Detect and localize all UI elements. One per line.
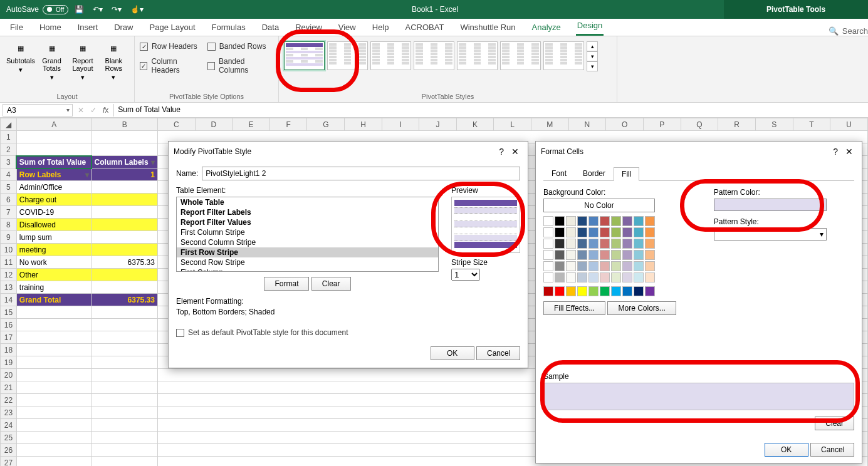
banded-columns-checkbox[interactable]: Banded Columns: [207, 56, 273, 75]
color-swatch[interactable]: [555, 286, 565, 296]
color-swatch[interactable]: [634, 250, 644, 260]
tab-view[interactable]: View: [337, 20, 357, 36]
color-swatch[interactable]: [577, 272, 587, 282]
cell[interactable]: Sum of Total Value: [16, 156, 92, 168]
col-header[interactable]: B: [92, 118, 157, 131]
banded-rows-checkbox[interactable]: Banded Rows: [207, 41, 266, 51]
tab-file[interactable]: File: [9, 20, 24, 36]
color-swatch[interactable]: [577, 216, 587, 226]
color-swatch[interactable]: [588, 261, 599, 271]
color-swatch[interactable]: [588, 216, 599, 226]
row-header[interactable]: 27: [1, 457, 17, 467]
row-header[interactable]: 14: [1, 294, 17, 306]
cell[interactable]: 6375.33: [92, 294, 157, 306]
close-icon[interactable]: ✕: [842, 145, 857, 158]
col-header[interactable]: D: [195, 118, 233, 131]
color-swatch[interactable]: [611, 216, 621, 226]
color-swatch[interactable]: [555, 272, 565, 282]
no-color-button[interactable]: No Color: [543, 199, 655, 212]
row-header[interactable]: 24: [1, 419, 17, 432]
set-default-checkbox[interactable]: Set as default PivotTable style for this…: [176, 328, 520, 338]
color-swatch[interactable]: [645, 286, 655, 296]
tab-winshuttle[interactable]: Winshuttle Run: [459, 20, 516, 36]
col-header[interactable]: F: [269, 118, 307, 131]
color-swatch[interactable]: [555, 239, 565, 249]
help-icon[interactable]: ?: [495, 145, 508, 158]
color-swatch[interactable]: [566, 250, 576, 260]
cell[interactable]: meeting: [16, 244, 92, 256]
redo-icon[interactable]: ↷▾: [109, 4, 124, 15]
report-layout-button[interactable]: ▦Report Layout▾: [67, 39, 98, 83]
col-header[interactable]: A: [16, 118, 92, 131]
stripe-size-select[interactable]: 1: [451, 269, 480, 281]
color-swatch[interactable]: [543, 250, 553, 260]
table-element-list[interactable]: Whole Table Report Filter Labels Report …: [176, 197, 439, 272]
col-header[interactable]: L: [494, 118, 531, 131]
row-header[interactable]: 26: [1, 444, 17, 457]
tab-formulas[interactable]: Formulas: [211, 20, 247, 36]
color-swatch[interactable]: [622, 261, 632, 271]
color-swatch[interactable]: [577, 261, 587, 271]
col-header[interactable]: O: [606, 118, 644, 131]
row-header[interactable]: 1: [1, 131, 17, 143]
tab-data[interactable]: Data: [261, 20, 280, 36]
col-header[interactable]: U: [830, 118, 868, 131]
color-swatch[interactable]: [634, 227, 644, 237]
color-swatch[interactable]: [634, 286, 644, 296]
help-icon[interactable]: ?: [829, 145, 842, 158]
autosave-toggle[interactable]: Off: [43, 5, 68, 14]
tab-draw[interactable]: Draw: [113, 20, 134, 36]
color-swatch[interactable]: [555, 227, 565, 237]
row-header[interactable]: 18: [1, 344, 17, 356]
row-header[interactable]: 23: [1, 406, 17, 419]
cancel-button[interactable]: Cancel: [476, 346, 520, 360]
color-swatch[interactable]: [600, 286, 610, 296]
row-header[interactable]: 17: [1, 331, 17, 344]
cell[interactable]: Other: [16, 269, 92, 281]
color-swatch[interactable]: [600, 250, 610, 260]
color-swatch[interactable]: [588, 272, 599, 282]
style-name-input[interactable]: [202, 167, 520, 180]
cell[interactable]: 1: [92, 168, 157, 181]
color-swatch[interactable]: [543, 216, 553, 226]
row-header[interactable]: 2: [1, 143, 17, 156]
name-box[interactable]: A3: [3, 104, 73, 116]
color-swatch[interactable]: [543, 239, 553, 249]
cancel-button[interactable]: Cancel: [810, 443, 854, 457]
undo-icon[interactable]: ↶▾: [90, 4, 105, 15]
row-header[interactable]: 16: [1, 319, 17, 331]
row-header[interactable]: 13: [1, 281, 17, 294]
color-swatch[interactable]: [600, 239, 610, 249]
col-header[interactable]: R: [718, 118, 756, 131]
row-header[interactable]: 20: [1, 369, 17, 381]
col-header[interactable]: H: [345, 118, 382, 131]
row-header[interactable]: 5: [1, 181, 17, 194]
format-button[interactable]: Format: [264, 277, 309, 291]
color-swatch[interactable]: [634, 239, 644, 249]
theme-shade-palette[interactable]: [543, 227, 662, 282]
row-header[interactable]: 19: [1, 356, 17, 369]
row-headers-checkbox[interactable]: ✓Row Headers: [140, 41, 197, 51]
color-swatch[interactable]: [600, 272, 610, 282]
color-swatch[interactable]: [634, 272, 644, 282]
row-header[interactable]: 10: [1, 244, 17, 256]
tab-design[interactable]: Design: [576, 18, 604, 36]
pattern-style-dropdown[interactable]: ▾: [714, 228, 827, 241]
color-swatch[interactable]: [566, 286, 576, 296]
tab-fill[interactable]: Fill: [614, 167, 639, 181]
row-header[interactable]: 8: [1, 219, 17, 231]
color-swatch[interactable]: [577, 227, 587, 237]
cell[interactable]: training: [16, 281, 92, 294]
color-swatch[interactable]: [577, 250, 587, 260]
style-swatch[interactable]: [327, 41, 368, 70]
color-swatch[interactable]: [543, 286, 553, 296]
close-icon[interactable]: ✕: [508, 145, 523, 158]
row-header[interactable]: 7: [1, 206, 17, 219]
cell[interactable]: Disallowed: [16, 219, 92, 231]
blank-rows-button[interactable]: ▦Blank Rows▾: [98, 39, 129, 83]
color-swatch[interactable]: [645, 227, 655, 237]
row-header[interactable]: 12: [1, 269, 17, 281]
color-swatch[interactable]: [566, 272, 576, 282]
color-swatch[interactable]: [622, 239, 632, 249]
col-header[interactable]: M: [531, 118, 568, 131]
